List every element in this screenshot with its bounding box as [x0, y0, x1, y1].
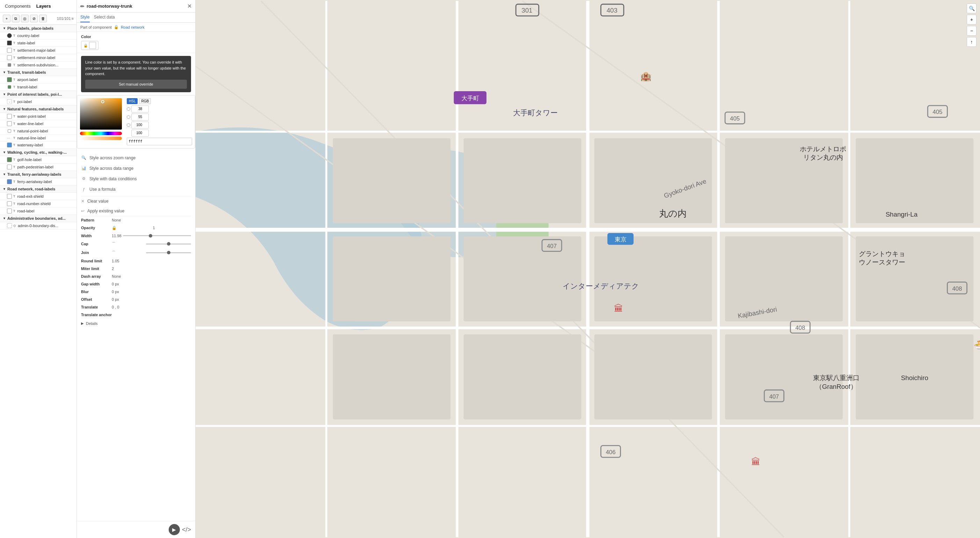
list-item[interactable]: Twater-point-label [0, 113, 76, 120]
list-item[interactable]: Ttransit-label [0, 83, 76, 91]
width-slider[interactable] [123, 235, 191, 236]
list-item[interactable]: ···Tnatural-line-label [0, 135, 76, 142]
svg-text:大手町タワー: 大手町タワー [513, 109, 558, 117]
color-gradient-handle[interactable] [101, 100, 104, 103]
list-item[interactable]: Twater-line-label [0, 120, 76, 127]
dash-array-value[interactable]: None [112, 274, 191, 279]
map-svg: 301 403 大手町タワー 丸の内 インターメディアテク 大手町 東京 Gyo… [196, 0, 980, 538]
svg-text:ウノースタワー: ウノースタワー [859, 258, 905, 266]
list-item[interactable]: ·Tpoi-label [0, 98, 76, 105]
rgb-tab[interactable]: RGB [139, 98, 151, 104]
zoom-range-icon: 🔍 [81, 155, 87, 161]
list-item[interactable]: Tpath-pedestrian-label [0, 164, 76, 171]
group-header-ferry[interactable]: ▼ Transit, ferry-aerialway-labels [0, 171, 76, 178]
list-item[interactable]: Tnatural-point-label [0, 127, 76, 135]
round-limit-value[interactable]: 1.05 [112, 259, 191, 263]
group-header-natural[interactable]: ▼ Natural features, natural-labels [0, 105, 76, 113]
list-item[interactable]: Tferry-aerialway-label [0, 178, 76, 186]
list-item[interactable]: Tgolf-hole-label [0, 156, 76, 164]
lightness-input[interactable] [131, 122, 149, 129]
color-swatch-container[interactable]: 🔒 [81, 41, 99, 50]
set-manual-override-button[interactable]: Set manual override [85, 80, 187, 89]
tab-layers[interactable]: Layers [35, 3, 52, 10]
color-gradient-container[interactable] [80, 98, 122, 142]
color-picker-popup: HSL RGB [77, 95, 195, 148]
copy-layer-button[interactable]: ⧉ [12, 15, 19, 22]
list-item[interactable]: Twaterway-label [0, 142, 76, 149]
tab-style[interactable]: Style [80, 13, 90, 22]
details-row[interactable]: ▶ Details [77, 318, 195, 328]
filter-button[interactable]: ⊘ [30, 15, 38, 22]
color-swatch[interactable] [89, 42, 96, 49]
style-zoom-range-option[interactable]: 🔍 Style across zoom range [77, 153, 195, 163]
use-formula-option[interactable]: ƒ Use a formula [77, 184, 195, 194]
saturation-input[interactable] [131, 113, 149, 121]
list-item[interactable]: Tcountry-label [0, 32, 76, 40]
minus-icon: − [970, 28, 973, 33]
list-item[interactable]: Tairport-label [0, 76, 76, 83]
search-button[interactable]: 🔍 [967, 3, 977, 13]
hsl-tab[interactable]: HSL [127, 98, 138, 104]
clear-value-option[interactable]: ✕ Clear value [77, 196, 195, 206]
offset-value[interactable]: 0 px [112, 297, 191, 301]
add-layer-button[interactable]: + [3, 15, 11, 22]
compass-button[interactable]: ↑ [967, 37, 977, 47]
formula-label: Use a formula [89, 187, 116, 192]
color-mode-tabs: HSL RGB [127, 98, 192, 104]
list-item[interactable]: Tsettlement-major-label [0, 47, 76, 54]
hex-input[interactable] [127, 138, 192, 145]
group-header-poi[interactable]: ▼ Point of interest labels, poi-l... [0, 91, 76, 98]
list-item[interactable]: Troad-exit-shield [0, 193, 76, 200]
hue-input[interactable] [131, 105, 149, 113]
close-button[interactable]: ✕ [187, 3, 192, 10]
svg-rect-24 [333, 236, 450, 321]
opacity-value[interactable]: 1 [153, 226, 191, 230]
list-item[interactable]: Troad-label [0, 207, 76, 215]
gap-width-value[interactable]: 0 px [112, 282, 191, 286]
filter-icon[interactable]: ≡ [72, 16, 74, 21]
blur-value[interactable]: 0 px [112, 290, 191, 294]
play-button[interactable]: ▶ [169, 524, 180, 535]
group-natural-features: ▼ Natural features, natural-labels Twate… [0, 105, 76, 149]
code-button[interactable]: </> [182, 526, 191, 533]
trash-button[interactable]: 🗑 [39, 15, 47, 22]
translate-value[interactable]: 0 , 0 [112, 305, 191, 309]
apply-existing-value-option[interactable]: ↩ Apply existing value [77, 206, 195, 216]
group-header-transit[interactable]: ▼ Transit, transit-labels [0, 69, 76, 76]
sat-radio[interactable] [127, 115, 130, 119]
zoom-out-button[interactable]: − [967, 26, 977, 36]
list-item[interactable]: ◇admin-0-boundary-dis... [0, 222, 76, 229]
pattern-value[interactable]: None [112, 218, 191, 222]
group-header-road[interactable]: ▼ Road network, road-labels [0, 186, 76, 193]
svg-text:407: 407 [769, 393, 779, 400]
svg-rect-20 [463, 334, 581, 419]
group-header-admin[interactable]: ▼ Administrative boundaries, ad... [0, 215, 76, 222]
list-item[interactable]: Troad-number-shield [0, 200, 76, 207]
zoom-in-button[interactable]: + [967, 15, 977, 24]
tab-components[interactable]: Components [3, 3, 32, 10]
light-radio[interactable] [127, 123, 130, 127]
blur-row: Blur 0 px [77, 288, 195, 296]
group-header-place-labels[interactable]: ▼ Place labels, place-labels [0, 25, 76, 32]
list-item[interactable]: Tstate-label [0, 40, 76, 47]
alpha-slider[interactable] [80, 137, 122, 140]
component-link[interactable]: Road network [121, 25, 145, 29]
visibility-button[interactable]: ◎ [21, 15, 29, 22]
join-slider[interactable] [146, 252, 191, 253]
tab-select-data[interactable]: Select data [94, 13, 115, 22]
details-arrow: ▶ [81, 322, 84, 325]
hue-slider[interactable] [80, 132, 122, 135]
style-data-range-option[interactable]: 📊 Style across data range [77, 163, 195, 173]
style-data-conditions-option[interactable]: ⚙ Style with data conditions [77, 173, 195, 184]
layer-editor-header: ✏ road-motorway-trunk ✕ [77, 0, 195, 13]
group-arrow: ▼ [3, 27, 6, 30]
list-item[interactable]: Tsettlement-minor-label [0, 54, 76, 62]
alpha-input[interactable] [131, 130, 149, 137]
cap-slider[interactable] [146, 244, 191, 245]
color-gradient[interactable] [80, 98, 122, 130]
group-header-walking[interactable]: ▼ Walking, cycling, etc., walking-... [0, 149, 76, 156]
miter-limit-value[interactable]: 2 [112, 267, 191, 271]
list-item[interactable]: Tsettlement-subdivision... [0, 62, 76, 69]
offset-row: Offset 0 px [77, 296, 195, 303]
hue-radio[interactable] [127, 107, 130, 111]
